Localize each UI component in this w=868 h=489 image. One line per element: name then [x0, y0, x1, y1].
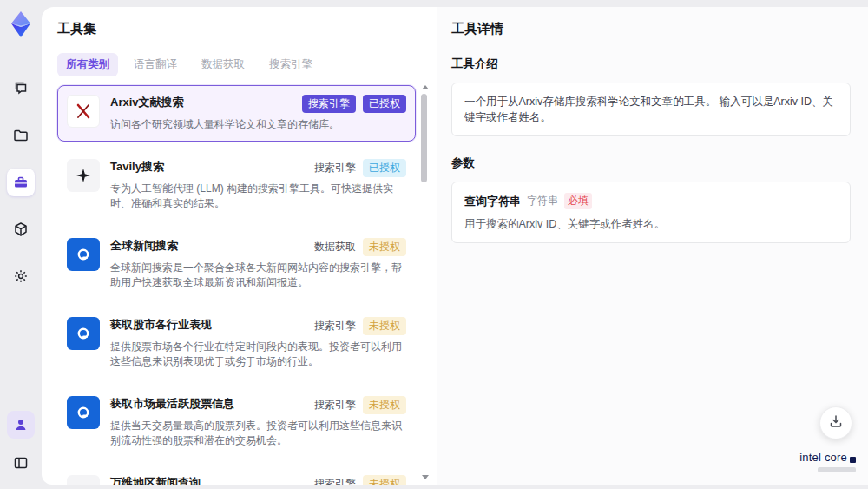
intel-chip-mark-icon — [850, 457, 856, 463]
intel-sub-mark — [818, 467, 856, 472]
param-description: 用于搜索的Arxiv ID、关键字或作者姓名。 — [464, 217, 838, 232]
tool-category-label: 搜索引擎 — [314, 161, 356, 175]
main-content: 工具集 所有类别 语言翻译 数据获取 搜索引擎 — [42, 7, 868, 485]
sidebar — [0, 0, 42, 489]
scroll-down-arrow-icon[interactable] — [422, 475, 429, 479]
news-search-icon — [67, 238, 100, 271]
intro-box: 一个用于从Arxiv存储库搜索科学论文和文章的工具。 输入可以是Arxiv ID… — [451, 83, 851, 136]
tool-status-badge: 未授权 — [363, 396, 406, 414]
tool-name: 获取股市各行业表现 — [110, 317, 212, 333]
tab-all-categories[interactable]: 所有类别 — [57, 53, 118, 76]
tool-status-badge: 未授权 — [363, 238, 406, 256]
folder-icon — [12, 127, 30, 144]
download-button[interactable] — [819, 406, 852, 439]
tool-description: 全球新闻搜索是一个聚合全球各大新闻网站内容的搜索引擎，帮助用户快速获取全球最新资… — [110, 261, 406, 290]
sidebar-item-models[interactable] — [7, 215, 35, 243]
category-tabs: 所有类别 语言翻译 数据获取 搜索引擎 — [57, 53, 437, 76]
tool-row-global-news[interactable]: 全球新闻搜索 数据获取 未授权 全球新闻搜索是一个聚合全球各大新闻网站内容的搜索… — [57, 228, 416, 300]
tool-row-regional-news[interactable]: 万维地区新闻查询 搜索引擎 未授权 查询具体行政区划内的新闻，快速了解各地新闻动 — [57, 466, 416, 485]
intro-text: 一个用于从Arxiv存储库搜索科学论文和文章的工具。 输入可以是Arxiv ID… — [464, 96, 833, 123]
tool-status-badge: 未授权 — [363, 475, 406, 485]
sidebar-item-settings[interactable] — [7, 262, 35, 290]
download-icon — [828, 413, 844, 433]
tab-search-engine[interactable]: 搜索引擎 — [260, 53, 321, 76]
tool-description: 专为人工智能代理 (LLM) 构建的搜索引擎工具。可快速提供实时、准确和真实的结… — [110, 182, 406, 211]
detail-title: 工具详情 — [451, 21, 851, 37]
tool-category-label: 数据获取 — [314, 240, 356, 254]
regional-news-icon — [67, 475, 100, 485]
stock-sector-icon — [67, 317, 100, 350]
scrollbar-thumb[interactable] — [421, 94, 427, 182]
tool-row-tavily[interactable]: Tavily搜索 搜索引擎 已授权 专为人工智能代理 (LLM) 构建的搜索引擎… — [57, 149, 416, 221]
sidebar-item-collapse[interactable] — [7, 449, 35, 477]
tool-name: 万维地区新闻查询 — [110, 475, 201, 485]
sidebar-item-files[interactable] — [7, 122, 35, 149]
panels-icon — [12, 454, 30, 472]
user-icon — [12, 416, 30, 433]
tool-category-badge: 搜索引擎 — [302, 95, 356, 113]
tool-description: 访问各个研究领域大量科学论文和文章的存储库。 — [110, 117, 406, 132]
param-required-badge: 必填 — [564, 193, 592, 209]
param-box: 查询字符串 字符串 必填 用于搜索的Arxiv ID、关键字或作者姓名。 — [451, 182, 851, 243]
tool-list-pane: 工具集 所有类别 语言翻译 数据获取 搜索引擎 — [42, 7, 437, 485]
tool-row-stock-sectors[interactable]: 获取股市各行业表现 搜索引擎 未授权 提供股票市场各个行业在特定时间段内的表现。… — [57, 307, 416, 379]
scroll-up-arrow-icon[interactable] — [422, 85, 429, 89]
tab-data-fetch[interactable]: 数据获取 — [193, 53, 253, 76]
tool-description: 提供股票市场各个行业在特定时间段内的表现。投资者可以利用这些信息来识别表现优于或… — [110, 340, 406, 369]
tool-list: Arxiv文献搜索 搜索引擎 已授权 访问各个研究领域大量科学论文和文章的存储库… — [57, 85, 416, 485]
tab-language-translation[interactable]: 语言翻译 — [125, 53, 186, 76]
tool-detail-pane: 工具详情 工具介绍 一个用于从Arxiv存储库搜索科学论文和文章的工具。 输入可… — [437, 7, 868, 485]
gear-icon — [12, 268, 30, 285]
tool-status-badge: 未授权 — [363, 317, 406, 335]
tool-row-active-stocks[interactable]: 获取市场最活跃股票信息 搜索引擎 未授权 提供当天交易量最高的股票列表。投资者可… — [57, 387, 416, 458]
tool-status-badge: 已授权 — [363, 159, 406, 177]
cube-icon — [12, 221, 30, 238]
active-stocks-icon — [67, 396, 100, 429]
tool-category-label: 搜索引擎 — [314, 477, 356, 485]
sidebar-item-account[interactable] — [7, 411, 35, 439]
intel-core-logo: intel core — [799, 449, 856, 472]
params-heading: 参数 — [451, 155, 851, 171]
tool-status-badge: 已授权 — [363, 95, 406, 113]
list-scrollbar[interactable] — [420, 85, 429, 485]
param-type: 字符串 — [527, 194, 558, 208]
app-window: 工具集 所有类别 语言翻译 数据获取 搜索引擎 — [0, 0, 868, 489]
toolbox-icon — [12, 174, 30, 191]
tool-row-arxiv[interactable]: Arxiv文献搜索 搜索引擎 已授权 访问各个研究领域大量科学论文和文章的存储库… — [57, 85, 416, 142]
intro-heading: 工具介绍 — [451, 56, 851, 72]
app-logo-gem-icon — [5, 9, 36, 40]
tool-name: Arxiv文献搜索 — [110, 95, 184, 110]
param-name: 查询字符串 — [464, 194, 521, 209]
intel-core-text: intel core — [799, 451, 847, 464]
tool-category-label: 搜索引擎 — [314, 319, 356, 334]
page-title: 工具集 — [57, 21, 437, 37]
tool-description: 提供当天交易量最高的股票列表。投资者可以利用这些信息来识别流动性强的股票和潜在的… — [110, 419, 406, 448]
tavily-star-icon — [67, 159, 100, 192]
sidebar-item-tools[interactable] — [7, 169, 35, 196]
sidebar-item-chat[interactable] — [7, 75, 35, 102]
arxiv-logo-icon — [67, 95, 100, 128]
chat-icon — [12, 80, 30, 97]
tool-name: 获取市场最活跃股票信息 — [110, 396, 234, 412]
tool-name: Tavily搜索 — [110, 159, 164, 175]
tool-category-label: 搜索引擎 — [314, 398, 356, 413]
tool-name: 全球新闻搜索 — [110, 238, 178, 254]
